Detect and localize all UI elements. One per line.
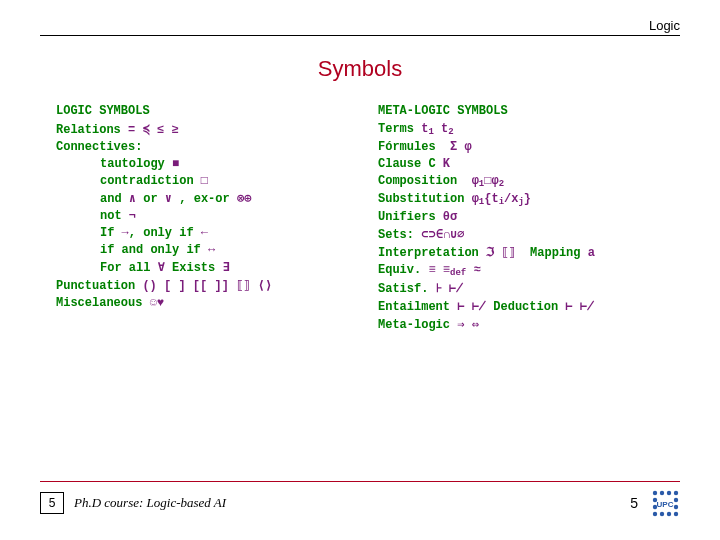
row-unifiers: Unifiers θσ [378,210,680,224]
label: Relations [56,123,121,137]
row-entailment: Entailment ⊢ ⊬ Deduction ⊢ ⊬ [378,299,680,314]
svg-point-5 [674,498,678,502]
label: Entailment [378,300,450,314]
course-title: Ph.D course: Logic-based AI [74,495,226,511]
svg-point-8 [653,512,657,516]
symbols: □ [201,174,208,188]
label-if: If [100,226,114,240]
symbols: ☺♥ [150,296,164,310]
sym-mapping: a [588,246,595,260]
sym-deduction: ⊢ ⊬ [565,300,594,314]
slide-title: Symbols [0,56,720,82]
comp-expr: φ1□φ2 [472,174,504,188]
right-heading: META-LOGIC SYMBOLS [378,104,680,118]
symbols: () [ ] [[ ]] ⟦⟧ ⟨⟩ [142,279,272,293]
row-satisf: Satisf. ⊦ ⊬ [378,281,680,296]
sym-if: → [122,226,129,240]
row-and-or: and ∧ or ∨ , ex-or ⊗⊕ [100,191,358,206]
page-number-right: 5 [630,495,638,511]
label: Meta-logic [378,318,450,332]
symbols: Σ φ [450,140,472,154]
sym-or: ∨ [165,192,172,206]
symbols: ↔ [208,243,215,257]
svg-point-7 [674,505,678,509]
label-onlyif: , only if [129,226,194,240]
sym-and: ∧ [129,192,136,206]
symbols: ℑ ⟦⟧ [486,246,516,260]
symbols: ¬ [129,209,136,223]
term1: t1 [421,122,434,136]
page-number-left: 5 [49,496,56,510]
row-composition: Composition φ1□φ2 [378,174,680,189]
label: Equiv. [378,263,421,277]
header-topic: Logic [649,18,680,33]
svg-point-1 [660,491,664,495]
svg-point-3 [674,491,678,495]
label-mapping: Mapping [530,246,580,260]
page-number-box: 5 [40,492,64,514]
footer-bar: 5 Ph.D course: Logic-based AI 5 UPC [40,481,680,518]
row-quantifiers: For all ∀ Exists ∃ [100,260,358,275]
sym-exor: ⊗⊕ [237,192,251,206]
row-substitution: Substitution φ1{ti/xj} [378,192,680,207]
label: Sets: [378,228,414,242]
upc-logo-icon: UPC [650,488,680,518]
svg-point-9 [660,512,664,516]
label: tautology [100,157,165,171]
label: Interpretation [378,246,479,260]
svg-point-0 [653,491,657,495]
content-columns: LOGIC SYMBOLS Relations = ≼ ≤ ≥ Connecti… [56,100,680,335]
label: Composition [378,174,457,188]
row-iff: if and only if ↔ [100,243,358,257]
row-misc: Miscelaneous ☺♥ [56,296,358,310]
right-column: META-LOGIC SYMBOLS Terms t1 t2 Fórmules … [368,100,680,335]
sym-exists: ∃ [222,261,229,275]
symbols: ⊂⊃∈∩∪∅ [421,228,464,242]
label: Satisf. [378,282,428,296]
sym-entail: ⊢ ⊬ [457,300,486,314]
label: if and only if [100,243,201,257]
label: Fórmules [378,140,436,154]
label-exor: , ex-or [179,192,229,206]
subst-expr: φ1{ti/xj} [472,192,531,206]
sym-forall: ∀ [158,261,165,275]
label: Punctuation [56,279,135,293]
term2: t2 [441,122,454,136]
label-or: or [143,192,157,206]
label: Clause C [378,157,436,171]
symbols: K [443,157,450,171]
header-bar: Logic [40,18,680,36]
label: contradiction [100,174,194,188]
row-tautology: tautology ■ [100,157,358,171]
label-and: and [100,192,122,206]
label: Miscelaneous [56,296,142,310]
row-sets: Sets: ⊂⊃∈∩∪∅ [378,227,680,242]
label: Unifiers [378,210,436,224]
row-metalogic: Meta-logic ⇒ ⇔ [378,317,680,332]
row-connectives: Connectives: [56,140,358,154]
sym-onlyif: ← [201,226,208,240]
row-formules: Fórmules Σ φ [378,140,680,154]
svg-text:UPC: UPC [657,500,674,509]
symbols: ⊦ ⊬ [436,282,464,296]
row-if: If →, only if ← [100,226,358,240]
symbols: θσ [443,210,457,224]
row-clause: Clause C K [378,157,680,171]
equiv-sym: ≡ ≡def ≈ [428,263,480,277]
label-exists: Exists [172,261,215,275]
svg-point-11 [674,512,678,516]
svg-point-10 [667,512,671,516]
row-not: not ¬ [100,209,358,223]
left-heading: LOGIC SYMBOLS [56,104,358,118]
row-equiv: Equiv. ≡ ≡def ≈ [378,263,680,278]
svg-point-2 [667,491,671,495]
label: Connectives: [56,140,142,154]
left-column: LOGIC SYMBOLS Relations = ≼ ≤ ≥ Connecti… [56,100,368,335]
symbols: = ≼ ≤ ≥ [128,123,178,137]
label-deduction: Deduction [493,300,558,314]
symbols: ■ [172,157,179,171]
row-contradiction: contradiction □ [100,174,358,188]
row-punctuation: Punctuation () [ ] [[ ]] ⟦⟧ ⟨⟩ [56,278,358,293]
row-terms: Terms t1 t2 [378,122,680,137]
label: Substitution [378,192,464,206]
